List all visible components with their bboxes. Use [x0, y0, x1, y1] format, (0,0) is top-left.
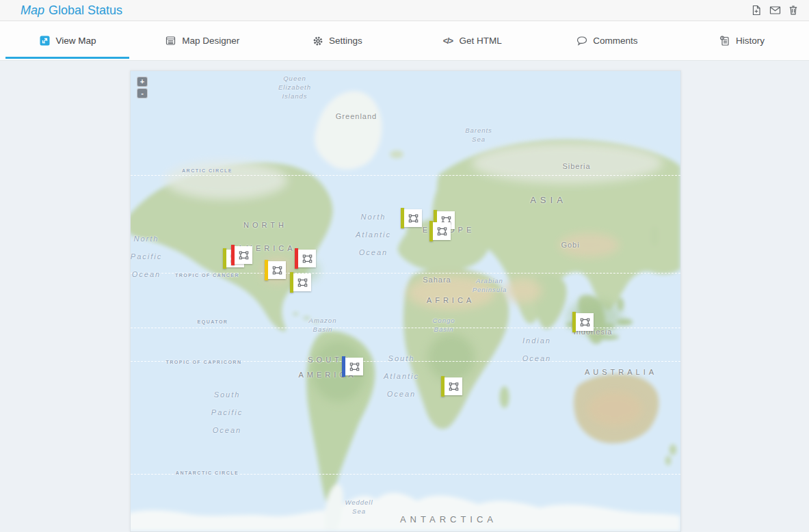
map-zoom-control: + - [137, 77, 148, 98]
grid-icon [165, 35, 176, 46]
tab-comments[interactable]: Comments [540, 21, 674, 60]
speech-bubble-icon [576, 35, 587, 46]
page-title-text: Global Status [49, 3, 122, 17]
tab-label: Map Designer [182, 36, 239, 46]
tab-history[interactable]: History [674, 21, 809, 60]
tab-view-map[interactable]: View Map [0, 21, 135, 60]
zoom-in-button[interactable]: + [137, 77, 148, 87]
page-header: MapGlobal Status [0, 0, 809, 21]
header-actions [750, 4, 799, 16]
envelope-icon[interactable] [769, 4, 781, 16]
page-title: MapGlobal Status [21, 3, 122, 18]
marker-icon [345, 358, 363, 375]
map-panel: ARCTIC CIRCLE TROPIC OF CANCER EQUATOR T… [130, 70, 681, 532]
tab-map-designer[interactable]: Map Designer [135, 21, 269, 60]
trash-icon[interactable] [787, 4, 799, 16]
marker-icon [445, 377, 462, 395]
map-marker[interactable] [342, 356, 363, 377]
tab-get-html[interactable]: Get HTML [405, 21, 540, 60]
tab-bar: View Map Map Designer Settings Get HTML … [0, 21, 809, 61]
map-marker[interactable] [265, 260, 286, 280]
map-marker[interactable] [572, 312, 594, 332]
content-area: ARCTIC CIRCLE TROPIC OF CANCER EQUATOR T… [0, 61, 809, 532]
marker-icon [293, 274, 311, 291]
document-plus-icon[interactable] [750, 4, 762, 16]
tab-label: History [736, 36, 765, 46]
tab-label: Get HTML [459, 36, 501, 46]
marker-icon [433, 222, 451, 240]
page-title-prefix: Map [21, 3, 44, 17]
marker-icon [576, 313, 594, 331]
marker-icon [235, 246, 252, 264]
history-icon [719, 35, 730, 46]
zoom-out-button[interactable]: - [137, 88, 148, 98]
map-view-icon [39, 35, 51, 46]
map-marker[interactable] [401, 208, 422, 228]
marker-icon [268, 261, 286, 279]
map-marker[interactable] [231, 245, 252, 265]
tab-settings[interactable]: Settings [269, 21, 404, 60]
code-icon [442, 35, 453, 46]
marker-layer [131, 71, 680, 531]
gear-icon [312, 35, 323, 46]
map-marker[interactable] [295, 248, 316, 269]
marker-icon [298, 250, 316, 267]
map-marker[interactable] [429, 221, 451, 241]
tab-label: Comments [593, 36, 637, 46]
marker-icon [404, 209, 422, 227]
tab-label: Settings [329, 36, 362, 46]
map-marker[interactable] [441, 376, 462, 397]
tab-label: View Map [56, 36, 96, 46]
map-marker[interactable] [290, 272, 311, 293]
